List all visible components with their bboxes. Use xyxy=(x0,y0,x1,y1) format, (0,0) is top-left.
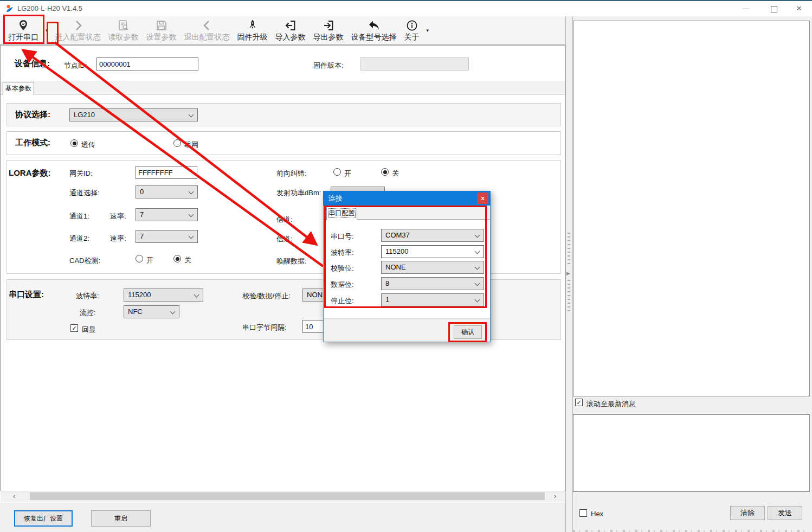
scroll-left-icon[interactable]: ‹ xyxy=(13,492,15,501)
import-params-button[interactable]: 导入参数 xyxy=(272,16,310,44)
overflow-caret-icon: ▾ xyxy=(427,28,429,33)
byte-interval-label: 串口字节间隔: xyxy=(242,323,287,332)
maximize-button[interactable] xyxy=(762,2,786,16)
toolbar-overflow-button[interactable]: ▾ xyxy=(423,16,433,44)
radio-cad-on[interactable] xyxy=(136,255,143,262)
minimize-button[interactable]: — xyxy=(734,2,758,16)
chevron-down-icon xyxy=(189,212,194,217)
back-arrow-icon xyxy=(368,19,381,32)
annotation-box-dropdown xyxy=(47,22,59,44)
annotation-box-dialog-fields xyxy=(324,206,487,308)
radio-transparent-label: 透传 xyxy=(81,140,95,150)
scroll-latest-label: 滚动至最新消息 xyxy=(587,399,636,409)
flow-control-combo[interactable]: NFC xyxy=(124,305,179,318)
echo-label: 回显 xyxy=(82,325,96,335)
baud-label: 波特率: xyxy=(76,291,99,301)
lora-title: LORA参数: xyxy=(9,168,51,178)
radio-cad-off[interactable] xyxy=(173,255,181,262)
radio-fec-on-label: 开 xyxy=(344,169,351,178)
enter-config-button[interactable]: 进入配置状态 xyxy=(51,16,105,44)
channel-row1-label: 信道: xyxy=(276,215,293,225)
channel1-rate-combo[interactable]: 7 xyxy=(136,208,198,221)
gateway-id-label: 网关ID: xyxy=(69,169,93,178)
chevron-right-icon xyxy=(72,19,85,32)
protocol-select[interactable]: LG210 xyxy=(69,108,198,121)
chevron-down-icon xyxy=(189,234,194,239)
splitter-collapse-icon[interactable]: ▶ xyxy=(566,271,570,276)
about-button[interactable]: 关于 xyxy=(401,16,423,44)
wake-data-label: 唤醒数据: xyxy=(276,257,307,266)
maximize-icon xyxy=(771,6,777,12)
baud-combo[interactable]: 115200 xyxy=(124,289,203,302)
restart-button[interactable]: 重启 xyxy=(91,510,151,527)
flow-control-label: 流控: xyxy=(80,308,96,318)
echo-checkbox[interactable]: ✓ xyxy=(70,324,78,332)
channel-select-combo[interactable]: 0 xyxy=(136,185,198,198)
protocol-label: 协议选择: xyxy=(15,110,50,120)
bottom-bar xyxy=(0,503,565,532)
rocket-icon xyxy=(246,19,259,32)
splitter-grip-top xyxy=(568,232,570,264)
titlebar xyxy=(0,1,812,16)
firmware-version-input xyxy=(360,57,469,70)
chevron-down-icon xyxy=(189,189,194,195)
tab-basic-params[interactable]: 基本参数 xyxy=(3,82,34,95)
dialog-close-button[interactable]: x xyxy=(477,193,488,204)
firmware-version-label: 固件版本: xyxy=(313,61,344,70)
app-window: LG200-L-H20 V1.4.5 — ✕ 打开串口 ▾ 进入配置状态 xyxy=(0,0,812,532)
clear-button[interactable]: 清除 xyxy=(730,506,765,520)
radio-fec-off-label: 关 xyxy=(392,169,399,178)
channel2-label: 通道2: xyxy=(69,234,89,243)
radio-network-label: 组网 xyxy=(184,140,198,150)
chevron-left-icon xyxy=(201,19,214,32)
cad-detect-label: CAD检测: xyxy=(69,256,100,266)
export-arrow-icon xyxy=(322,19,335,32)
radio-fec-off[interactable] xyxy=(381,168,389,176)
device-model-select-button[interactable]: 设备型号选择 xyxy=(347,16,401,44)
annotation-box-confirm xyxy=(448,322,487,342)
hex-label: Hex xyxy=(591,510,603,518)
annotation-box-open-serial xyxy=(3,15,44,44)
radio-fec-on[interactable] xyxy=(333,168,341,176)
write-params-button[interactable]: 设置参数 xyxy=(143,16,181,44)
chevron-down-icon xyxy=(170,309,176,315)
window-title: LG200-L-H20 V1.4.5 xyxy=(17,4,82,12)
connect-dialog-titlebar[interactable]: 连接 xyxy=(323,191,491,206)
message-log-box[interactable] xyxy=(573,21,810,396)
info-icon xyxy=(405,19,418,32)
document-search-icon xyxy=(117,19,130,32)
hex-checkbox[interactable] xyxy=(579,509,587,517)
channel-select-label: 通道选择: xyxy=(69,188,100,198)
exit-config-button[interactable]: 退出配置状态 xyxy=(181,16,234,44)
export-params-button[interactable]: 导出参数 xyxy=(310,16,347,44)
clipped-screen-artifact xyxy=(573,530,810,532)
fec-label: 前向纠错: xyxy=(276,169,307,178)
close-button[interactable]: ✕ xyxy=(787,2,811,16)
serial-settings-title: 串口设置: xyxy=(9,290,44,300)
channel2-rate-combo[interactable]: 7 xyxy=(136,230,198,243)
radio-network-mode[interactable] xyxy=(173,139,181,147)
channel1-label: 通道1: xyxy=(69,211,89,221)
radio-cad-off-label: 关 xyxy=(184,255,191,265)
scroll-latest-checkbox[interactable]: ✓ xyxy=(575,399,583,406)
scroll-right-icon[interactable]: › xyxy=(554,492,556,501)
save-icon xyxy=(155,19,168,32)
send-input-box[interactable] xyxy=(573,414,810,492)
work-mode-label: 工作模式: xyxy=(15,138,50,148)
read-params-button[interactable]: 读取参数 xyxy=(105,16,143,44)
firmware-upgrade-button[interactable]: 固件升级 xyxy=(234,16,272,44)
factory-reset-button[interactable]: 恢复出厂设置 xyxy=(14,510,73,527)
chevron-down-icon xyxy=(189,112,194,118)
gateway-id-input[interactable] xyxy=(136,166,197,179)
splitter-grip-bottom xyxy=(568,279,570,311)
toolbar: 打开串口 ▾ 进入配置状态 读取参数 设置参 xyxy=(0,16,565,46)
horizontal-scrollbar-thumb[interactable] xyxy=(30,492,545,500)
param-tabstrip xyxy=(1,81,565,95)
tx-power-label: 发射功率dBm: xyxy=(276,188,321,198)
channel1-rate-label: 速率: xyxy=(110,211,126,221)
channel2-rate-label: 速率: xyxy=(110,234,126,243)
import-arrow-icon xyxy=(284,19,297,32)
send-button[interactable]: 发送 xyxy=(768,506,802,520)
node-id-input[interactable] xyxy=(96,57,198,70)
radio-transparent-mode[interactable] xyxy=(70,139,78,147)
